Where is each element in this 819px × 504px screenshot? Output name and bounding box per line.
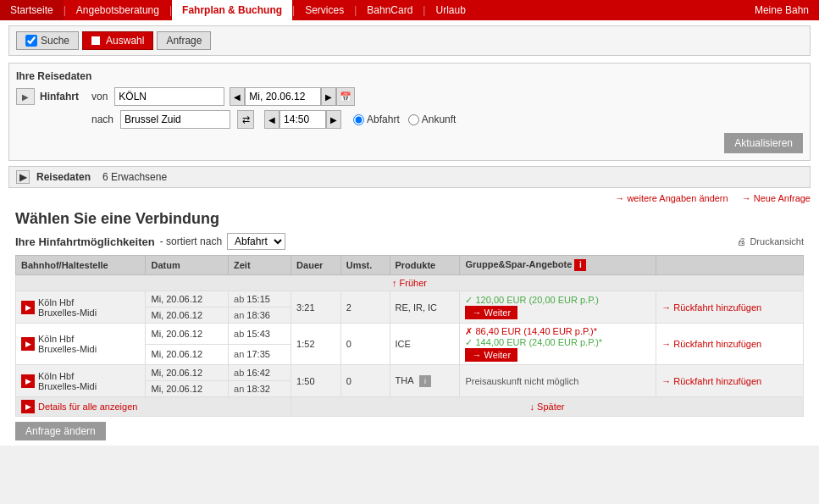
weitere-angaben-link[interactable]: → weitere Angaben ändern	[615, 193, 728, 203]
tab-anfrage[interactable]: Anfrage	[157, 31, 211, 50]
row1-to-time-cell: an 18:36	[229, 307, 291, 324]
row2-from-station: Köln Hbf	[38, 334, 97, 344]
row1-transfers: 2	[340, 291, 390, 324]
nav-angebotsberatung[interactable]: Angebotsberatung	[66, 0, 169, 20]
col-zeit: Zeit	[229, 256, 291, 275]
row1-products: RE, IR, IC	[390, 291, 460, 324]
col-action	[656, 256, 804, 275]
tab-suche[interactable]: Suche	[16, 31, 79, 50]
station-cell-3: ▶ Köln Hbf Bruxelles-Midi	[16, 365, 146, 397]
row3-to-date: Mi, 20.06.12	[146, 381, 229, 397]
nav-services[interactable]: Services	[295, 0, 354, 20]
row2-duration: 1:52	[291, 324, 341, 365]
date-prev-btn[interactable]: ◀	[230, 87, 245, 106]
aktualisieren-button[interactable]: Aktualisieren	[724, 133, 803, 153]
table-row: ▶ Köln Hbf Bruxelles-Midi Mi, 20.06.12 a…	[16, 291, 804, 307]
row2-products: ICE	[390, 324, 460, 365]
spaeter-cell[interactable]: ↓ Später	[291, 397, 804, 417]
swap-btn[interactable]: ⇄	[237, 110, 254, 129]
row2-price1: ✗ 86,40 EUR (14,40 EUR p.P.)*	[465, 326, 650, 337]
row2-rueckfahrt-cell: → Rückfahrt hinzufügen	[656, 324, 804, 365]
details-cell: ▶ Details für alle anzeigen	[16, 397, 291, 417]
tabs-row: Suche Auswahl Anfrage	[8, 25, 811, 56]
reisedaten-expand-icon[interactable]: ▶	[16, 170, 30, 184]
reisedaten-row: ▶ Reisedaten 6 Erwachsene	[8, 166, 811, 188]
row1-from-date: Mi, 20.06.12	[146, 291, 229, 307]
row3-products: THA	[396, 375, 413, 385]
anfrage-label: Anfrage	[166, 35, 202, 47]
col-datum: Datum	[146, 256, 229, 275]
nav-startseite[interactable]: Startseite	[0, 0, 64, 20]
nach-input[interactable]	[120, 110, 230, 129]
row3-transfers: 0	[340, 365, 390, 397]
sort-select[interactable]: Abfahrt	[227, 233, 285, 250]
date-next-btn[interactable]: ▶	[321, 87, 336, 106]
nav-bahncard[interactable]: BahnCard	[357, 0, 423, 20]
time-prev-btn[interactable]: ◀	[264, 110, 279, 129]
details-label: Details für alle anzeigen	[38, 402, 137, 412]
main-section: Wählen Sie eine Verbindung Ihre Hinfahrt…	[8, 210, 811, 440]
frueher-row[interactable]: ↑ Früher	[16, 275, 804, 291]
row3-products-cell: THA i	[390, 365, 460, 397]
col-dauer: Dauer	[291, 256, 341, 275]
update-row: Aktualisieren	[16, 133, 803, 153]
druckansicht-btn[interactable]: 🖨 Druckansicht	[737, 236, 804, 246]
time-next-btn[interactable]: ▶	[326, 110, 341, 129]
ankunft-radio-label[interactable]: Ankunft	[408, 114, 457, 125]
auswahl-icon	[91, 36, 100, 45]
suche-label: Suche	[41, 35, 69, 47]
row2-weiter-btn[interactable]: → Weiter	[465, 348, 517, 362]
von-input[interactable]	[114, 87, 224, 106]
suche-checkbox[interactable]	[25, 35, 37, 47]
row2-train-icon: ▶	[21, 337, 35, 351]
row1-weiter-btn[interactable]: → Weiter	[465, 306, 517, 319]
hinfahrt-label: Hinfahrt	[40, 91, 86, 102]
row3-rueckfahrt-link[interactable]: → Rückfahrt hinzufügen	[661, 376, 761, 386]
row2-to-date: Mi, 20.06.12	[146, 344, 229, 365]
row3-from-time-cell: ab 16:42	[229, 365, 291, 381]
details-icon: ▶	[21, 400, 35, 413]
neue-anfrage-link[interactable]: → Neue Anfrage	[742, 193, 811, 203]
row2-rueckfahrt-link[interactable]: → Rückfahrt hinzufügen	[661, 339, 761, 349]
row3-price-cell: Preisauskunft nicht möglich	[460, 365, 656, 397]
row1-from-time-cell: ab 15:15	[229, 291, 291, 307]
row3-info-icon[interactable]: i	[419, 375, 431, 387]
ankunft-radio[interactable]	[408, 114, 419, 125]
abfahrt-radio-label[interactable]: Abfahrt	[353, 114, 400, 125]
druckansicht-label: Druckansicht	[750, 236, 804, 246]
spaeter-label: ↓ Später	[530, 402, 565, 412]
table-row: ▶ Köln Hbf Bruxelles-Midi Mi, 20.06.12 a…	[16, 324, 804, 345]
row2-transfers: 0	[340, 324, 390, 365]
von-label: von	[91, 91, 108, 102]
nav-fahrplan[interactable]: Fahrplan & Buchung	[172, 0, 292, 20]
row2-from-date: Mi, 20.06.12	[146, 324, 229, 345]
hinfahrt-row: ▶ Hinfahrt von ◀ ▶ 📅	[16, 87, 803, 106]
row2-price2: ✓ 144,00 EUR (24,00 EUR p.P.)*	[465, 337, 650, 348]
calendar-btn[interactable]: 📅	[336, 87, 355, 106]
row1-to-date: Mi, 20.06.12	[146, 307, 229, 324]
row3-from-date: Mi, 20.06.12	[146, 365, 229, 381]
row3-from-station: Köln Hbf	[38, 371, 97, 381]
section-title: Wählen Sie eine Verbindung	[15, 210, 804, 228]
anfrage-button[interactable]: Anfrage ändern	[15, 422, 106, 440]
row1-from-station: Köln Hbf	[38, 297, 97, 307]
row3-duration: 1:50	[291, 365, 341, 397]
abfahrt-ankunft-group: Abfahrt Ankunft	[353, 114, 456, 125]
ankunft-label-text: Ankunft	[422, 114, 457, 125]
details-link[interactable]: ▶ Details für alle anzeigen	[21, 400, 285, 413]
nav-meine-bahn[interactable]: Meine Bahn	[744, 0, 819, 20]
row2-to-time-cell: an 17:35	[229, 344, 291, 365]
row1-rueckfahrt-link[interactable]: → Rückfahrt hinzufügen	[661, 302, 761, 313]
nach-row: nach ⇄ ◀ ▶ Abfahrt Ankunft	[16, 110, 803, 129]
row2-from-time: 15:43	[246, 329, 270, 339]
tab-auswahl[interactable]: Auswahl	[82, 31, 153, 50]
row1-from-time: 15:15	[246, 294, 270, 304]
angebote-info-icon[interactable]: i	[574, 259, 586, 271]
table-header-row: Bahnhof/Haltestelle Datum Zeit Dauer Ums…	[16, 256, 804, 275]
row2-price-cell: ✗ 86,40 EUR (14,40 EUR p.P.)* ✓ 144,00 E…	[460, 324, 656, 365]
time-input[interactable]	[279, 110, 326, 129]
abfahrt-radio[interactable]	[353, 114, 364, 125]
row2-to-time: 17:35	[246, 349, 270, 359]
nav-urlaub[interactable]: Urlaub	[425, 0, 475, 20]
date-input[interactable]	[245, 87, 321, 106]
